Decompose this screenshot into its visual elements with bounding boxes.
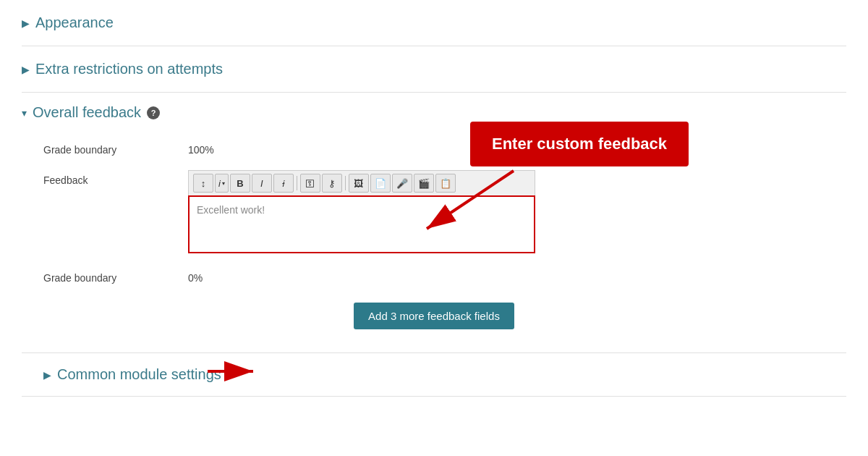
editor-toolbar: ↕ i ▾ B I i ⚿ ⚷ 🖼 📄 🎤 🎬 📋 — [188, 170, 535, 195]
appearance-label: Appearance — [35, 14, 114, 31]
feedback-input[interactable]: Excellent work! — [188, 195, 535, 253]
appearance-title[interactable]: ▶ Appearance — [22, 14, 114, 31]
feedback-label: Feedback — [43, 170, 174, 186]
toolbar-video-btn[interactable]: 🎬 — [414, 174, 434, 193]
toolbar-unlink-btn[interactable]: ⚷ — [322, 174, 342, 193]
overall-feedback-help-icon[interactable]: ? — [147, 106, 160, 119]
grade-boundary-1-row: Grade boundary 100% — [22, 132, 846, 163]
feedback-editor-container: ↕ i ▾ B I i ⚿ ⚷ 🖼 📄 🎤 🎬 📋 — [188, 170, 535, 253]
toolbar-audio-btn[interactable]: 🎤 — [392, 174, 412, 193]
toolbar-italic-dropdown[interactable]: i ▾ — [215, 174, 229, 193]
toolbar-bold-btn[interactable]: B — [230, 174, 250, 193]
extra-restrictions-chevron: ▶ — [22, 64, 30, 75]
grade-boundary-2-label: Grade boundary — [43, 268, 174, 284]
common-module-section[interactable]: ▶ Common module settings — [22, 353, 846, 397]
grade-boundary-1-label: Grade boundary — [43, 140, 174, 156]
toolbar-image-btn[interactable]: 🖼 — [349, 174, 369, 193]
appearance-chevron: ▶ — [22, 17, 30, 29]
toolbar-para-btn[interactable]: ↕ — [193, 174, 213, 193]
feedback-row: Feedback ↕ i ▾ B I i ⚿ ⚷ 🖼 📄 🎤 — [22, 163, 846, 261]
toolbar-embed-btn[interactable]: 📄 — [370, 174, 391, 193]
toolbar-copy-btn[interactable]: 📋 — [435, 174, 456, 193]
overall-feedback-label: Overall feedback — [33, 104, 141, 121]
extra-restrictions-title[interactable]: ▶ Extra restrictions on attempts — [22, 61, 223, 77]
feedback-placeholder: Excellent work! — [197, 204, 265, 216]
toolbar-strikethrough-btn[interactable]: i — [273, 174, 294, 193]
common-module-title[interactable]: ▶ Common module settings — [43, 366, 221, 383]
grade-boundary-1-value: 100% — [188, 140, 214, 156]
page-container: ▶ Appearance ▶ Extra restrictions on att… — [0, 0, 868, 456]
add-button-row: Add 3 more feedback fields — [22, 291, 846, 341]
toolbar-sep-1 — [297, 176, 297, 190]
overall-feedback-title[interactable]: ▾ Overall feedback — [22, 104, 141, 121]
extra-restrictions-section[interactable]: ▶ Extra restrictions on attempts — [22, 46, 846, 93]
add-feedback-fields-button[interactable]: Add 3 more feedback fields — [354, 303, 514, 329]
toolbar-link-btn[interactable]: ⚿ — [300, 174, 320, 193]
grade-boundary-2-row: Grade boundary 0% — [22, 261, 846, 291]
extra-restrictions-label: Extra restrictions on attempts — [35, 61, 223, 77]
grade-boundary-2-value: 0% — [188, 268, 203, 284]
appearance-section[interactable]: ▶ Appearance — [22, 0, 846, 46]
overall-feedback-section: ▾ Overall feedback ? Grade boundary 100%… — [22, 93, 846, 353]
common-module-chevron: ▶ — [43, 369, 51, 381]
common-module-label: Common module settings — [57, 366, 221, 383]
overall-feedback-chevron: ▾ — [22, 107, 27, 119]
toolbar-info-btn[interactable]: i ▾ — [215, 174, 229, 193]
toolbar-sep-2 — [345, 176, 346, 190]
toolbar-italic-btn[interactable]: I — [252, 174, 272, 193]
